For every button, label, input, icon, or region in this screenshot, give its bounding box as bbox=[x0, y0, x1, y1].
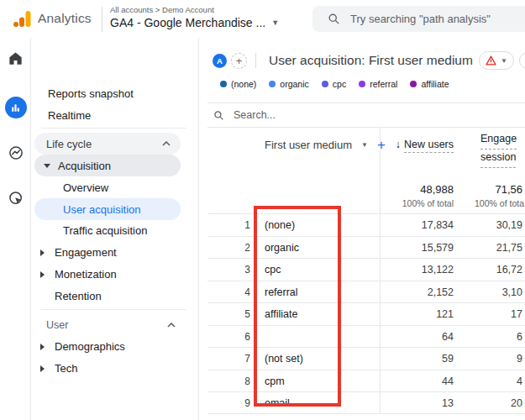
table-row[interactable]: 8 cpm 44 4 bbox=[207, 370, 525, 392]
total-engaged-sessions: 71,56 bbox=[495, 183, 522, 196]
global-search[interactable]: Try searching "path analysis" bbox=[312, 6, 525, 32]
sidebar-item-label: Acquisition bbox=[58, 160, 111, 172]
property-selector[interactable]: GA4 - Google Merchandise ... ▼ bbox=[110, 16, 279, 29]
sidebar-item-realtime[interactable]: Realtime bbox=[48, 105, 91, 127]
header-divider bbox=[255, 53, 256, 68]
row-engaged-sessions: 4 bbox=[517, 370, 522, 393]
row-engaged-sessions: 30,19 bbox=[496, 214, 522, 237]
warning-icon bbox=[486, 55, 496, 66]
metric-header-label-line1: Engage bbox=[480, 131, 517, 150]
home-icon[interactable] bbox=[0, 50, 31, 66]
sidebar-item-reports-snapshot[interactable]: Reports snapshot bbox=[48, 83, 134, 105]
row-new-users: 2,152 bbox=[428, 281, 454, 304]
row-new-users: 13 bbox=[442, 392, 454, 415]
page-title: User acquisition: First user medium bbox=[269, 53, 473, 68]
breadcrumb[interactable]: All accounts > Demo Account bbox=[110, 5, 214, 14]
table-totals-row: 48,988 100% of total 71,56 100% of tota bbox=[207, 165, 525, 213]
total-new-users: 48,988 bbox=[420, 183, 454, 196]
sidebar-item-retention[interactable]: Retention bbox=[55, 286, 102, 307]
row-index: 6 bbox=[224, 326, 250, 349]
legend-label: affiliate bbox=[421, 79, 449, 89]
row-new-users: 17,834 bbox=[422, 214, 454, 237]
sidebar-divider bbox=[41, 128, 186, 129]
row-dimension: organic bbox=[265, 237, 299, 260]
legend-dot bbox=[220, 81, 227, 87]
row-dimension: (not set) bbox=[265, 348, 303, 370]
sidebar-item-monetization[interactable]: Monetization bbox=[55, 264, 117, 286]
legend-item[interactable]: (none) bbox=[220, 79, 256, 89]
sidebar-item-label: Monetization bbox=[55, 268, 117, 281]
row-new-users: 44 bbox=[442, 370, 454, 393]
sidebar-divider bbox=[41, 309, 186, 310]
table-row[interactable]: 4 referral 2,152 3,10 bbox=[207, 281, 525, 303]
sidebar-item-tech[interactable]: Tech bbox=[55, 358, 77, 380]
search-placeholder: Try searching "path analysis" bbox=[350, 13, 491, 25]
sidebar-item-traffic-acquisition[interactable]: Traffic acquisition bbox=[63, 220, 147, 242]
legend-dot bbox=[410, 81, 417, 87]
table-row[interactable]: 7 (not set) 59 9 bbox=[207, 347, 525, 370]
metric-header-new-users[interactable]: ↓ New users bbox=[396, 139, 454, 153]
row-engaged-sessions: 6 bbox=[517, 326, 522, 349]
sidebar-item-user-acquisition[interactable]: User acquisition bbox=[34, 198, 181, 220]
explore-icon[interactable] bbox=[0, 144, 31, 161]
legend-item[interactable]: referral bbox=[359, 79, 397, 89]
row-engaged-sessions: 3,10 bbox=[502, 281, 522, 304]
caret-down-icon bbox=[44, 164, 50, 168]
metric-header-engaged-sessions[interactable]: Engage session bbox=[480, 131, 517, 168]
sidebar-item-engagement[interactable]: Engagement bbox=[55, 242, 117, 264]
icon-rail bbox=[0, 38, 31, 420]
sidebar-item-acquisition[interactable]: Acquisition bbox=[34, 155, 181, 176]
product-name: Analytics bbox=[38, 11, 92, 26]
chevron-down-icon: ▼ bbox=[271, 18, 279, 27]
arrow-right-icon bbox=[40, 344, 45, 350]
sidebar-item-overview[interactable]: Overview bbox=[63, 177, 108, 199]
search-icon bbox=[213, 110, 224, 121]
sidebar-item-label: Demographics bbox=[55, 340, 125, 353]
row-index: 3 bbox=[224, 259, 250, 281]
table-row[interactable]: 9 email 13 20 bbox=[207, 391, 525, 414]
add-comparison-button[interactable]: + bbox=[231, 53, 247, 69]
dimension-header-label: First user medium bbox=[265, 139, 352, 151]
row-index: 1 bbox=[224, 214, 250, 237]
analytics-logo-icon bbox=[12, 8, 32, 29]
row-dimension: affiliate bbox=[265, 303, 297, 326]
arrow-right-icon bbox=[40, 365, 45, 372]
table-row[interactable]: 5 affiliate 121 17 bbox=[207, 302, 525, 325]
row-index: 7 bbox=[224, 348, 250, 370]
row-dimension: cpm bbox=[265, 370, 285, 393]
table-search[interactable]: Search... bbox=[207, 103, 525, 128]
data-quality-button[interactable]: ▼ bbox=[479, 51, 514, 70]
table-row[interactable]: 3 cpc 13,122 16,72 bbox=[207, 258, 525, 281]
arrow-right-icon bbox=[40, 271, 45, 278]
row-engaged-sessions: 21,75 bbox=[496, 237, 522, 260]
row-new-users: 13,122 bbox=[422, 259, 454, 281]
row-new-users: 15,579 bbox=[422, 237, 454, 260]
legend-label: (none) bbox=[231, 79, 256, 89]
row-index: 8 bbox=[224, 370, 250, 393]
chevron-down-icon: ▼ bbox=[361, 141, 368, 149]
table-row[interactable]: 2 organic 15,579 21,75 bbox=[207, 236, 525, 259]
row-engaged-sessions: 16,72 bbox=[496, 259, 522, 281]
legend-item[interactable]: cpc bbox=[322, 79, 346, 89]
sidebar-item-demographics[interactable]: Demographics bbox=[55, 336, 125, 358]
share-button-partial[interactable] bbox=[519, 52, 525, 69]
sidebar-section-user[interactable]: User bbox=[46, 314, 184, 336]
sort-desc-icon: ↓ bbox=[396, 139, 401, 150]
total-engaged-sessions-caption: 100% of tota bbox=[475, 198, 524, 208]
table-row[interactable]: 1 (none) 17,834 30,19 bbox=[207, 213, 525, 236]
add-dimension-button[interactable]: + bbox=[377, 138, 386, 152]
reports-icon[interactable] bbox=[0, 97, 31, 118]
legend-item[interactable]: affiliate bbox=[410, 79, 449, 89]
legend-item[interactable]: organic bbox=[269, 79, 308, 89]
row-engaged-sessions: 20 bbox=[511, 392, 522, 415]
report-nav-sidebar: Reports snapshot Realtime Life cycle Acq… bbox=[31, 38, 199, 420]
sidebar-section-life-cycle[interactable]: Life cycle bbox=[34, 133, 181, 155]
report-header: A + User acquisition: First user medium … bbox=[199, 46, 525, 75]
comparison-chip-all-users[interactable]: A bbox=[213, 54, 227, 68]
advertising-icon[interactable] bbox=[0, 190, 31, 207]
dimension-header[interactable]: First user medium ▼ + bbox=[265, 138, 386, 152]
table-row[interactable]: 6 64 6 bbox=[207, 325, 525, 348]
legend-label: referral bbox=[370, 79, 397, 89]
reports-active-chip bbox=[5, 97, 27, 118]
arrow-right-icon bbox=[40, 249, 45, 256]
